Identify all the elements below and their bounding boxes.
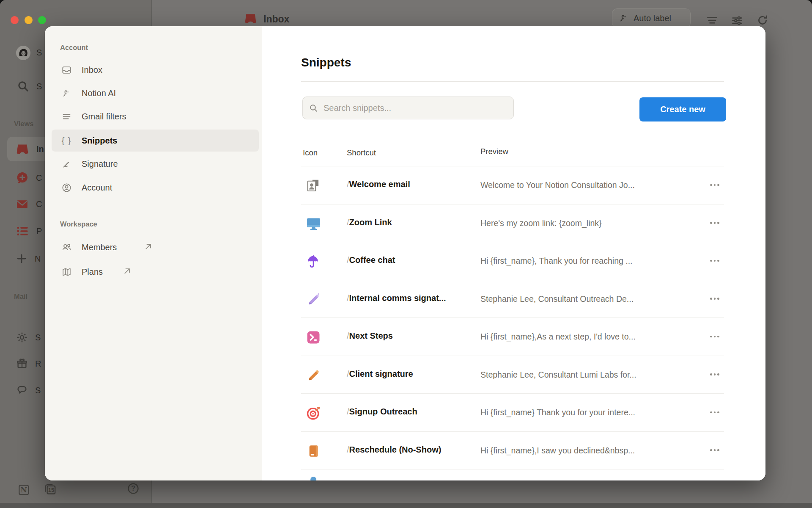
snippet-shortcut: Reschedule (No-Show) — [349, 445, 442, 454]
auto-label-text: Auto label — [634, 14, 671, 23]
refresh-icon — [756, 14, 769, 27]
view-item-chat[interactable]: C — [15, 170, 42, 185]
snippet-preview: Hi {first_name},As a next step, I'd love… — [480, 332, 636, 342]
table-row[interactable]: /Client signature Stephanie Lee, Consult… — [301, 356, 724, 394]
settings-item[interactable]: S — [16, 330, 41, 345]
row-menu-button[interactable] — [706, 444, 723, 456]
contact-card-icon — [305, 177, 322, 194]
table-header: Icon Shortcut Preview — [301, 148, 724, 160]
new-view-button[interactable]: N — [15, 251, 41, 266]
row-menu-button[interactable] — [706, 331, 723, 342]
auto-label-button[interactable]: Auto label — [612, 8, 691, 28]
filter-lines-icon — [706, 14, 719, 27]
snippet-preview: Hi {first_name},I saw you declined&nbsp.… — [480, 446, 635, 456]
view-item-inbox[interactable]: In — [15, 141, 44, 157]
row-menu-button[interactable] — [706, 217, 723, 229]
sidebar-item-label: Plans — [82, 267, 103, 277]
search-input[interactable] — [323, 103, 508, 113]
help-button[interactable]: ? — [127, 482, 140, 495]
snippet-preview: Here's my zoom link: {zoom_link} — [480, 218, 602, 228]
column-header-icon: Icon — [303, 148, 318, 157]
traffic-minimize-button[interactable] — [25, 16, 33, 24]
search-icon — [309, 103, 318, 113]
map-icon — [61, 266, 72, 277]
traffic-zoom-button[interactable] — [38, 16, 46, 24]
background-bottom-edge — [0, 503, 812, 508]
terminal-icon — [305, 329, 322, 346]
snippet-preview: Hi {first_name} Thank you for your inter… — [480, 408, 635, 417]
notion-app-button[interactable]: N — [17, 483, 30, 497]
view-item-label: P — [36, 226, 42, 236]
display-settings-button[interactable] — [730, 13, 744, 28]
list-icon — [15, 224, 30, 238]
settings-modal: Account Inbox Notion AI Gmail filters { … — [45, 26, 765, 480]
utility-item-label: R — [35, 359, 41, 369]
row-menu-button[interactable] — [706, 406, 723, 418]
referral-item[interactable]: R — [16, 356, 41, 371]
pen-orange-icon — [305, 367, 322, 384]
view-item-list[interactable]: P — [15, 224, 42, 239]
section-heading-workspace: Workspace — [60, 220, 97, 228]
table-row[interactable]: /Coffee chat Hi {first_name}, Thank you … — [301, 242, 724, 280]
snippet-preview: Stephanie Lee, Consultant Outreach De... — [480, 294, 634, 304]
inbox-tray-icon — [15, 142, 30, 156]
traffic-close-button[interactable] — [11, 16, 19, 24]
sidebar-item-snippets[interactable]: { } Snippets — [52, 130, 259, 152]
sidebar-item-gmail-filters[interactable]: Gmail filters — [52, 105, 259, 127]
snippet-table: /Welcome email Welcome to Your Notion Co… — [301, 166, 724, 469]
chat-add-icon — [15, 171, 29, 185]
sidebar-item-label: Members — [82, 243, 117, 252]
table-row[interactable]: /Reschedule (No-Show) Hi {first_name},I … — [301, 432, 724, 470]
table-row[interactable]: /Internal comms signat... Stephanie Lee,… — [301, 280, 724, 318]
chat-bubble-icon — [16, 384, 28, 397]
help-icon: ? — [127, 482, 140, 495]
row-menu-button[interactable] — [706, 179, 723, 191]
page-title: Snippets — [301, 56, 351, 69]
column-header-shortcut: Shortcut — [347, 148, 376, 157]
view-item-envelope[interactable]: C — [15, 196, 42, 212]
profile-name-fragment: S — [36, 48, 42, 58]
sidebar-item-inbox[interactable]: Inbox — [52, 59, 259, 81]
table-row[interactable]: /Welcome email Welcome to Your Notion Co… — [301, 166, 724, 204]
notion-ai-icon — [618, 13, 629, 24]
utility-item-label: S — [35, 386, 41, 395]
column-header-preview: Preview — [480, 147, 508, 156]
external-link-icon — [144, 242, 153, 253]
sidebar-item-notion-ai[interactable]: Notion AI — [52, 82, 259, 104]
refresh-button[interactable] — [755, 13, 770, 28]
gift-icon — [16, 357, 28, 370]
support-item[interactable]: S — [16, 383, 41, 398]
members-icon — [61, 242, 72, 253]
row-menu-button[interactable] — [706, 369, 723, 381]
table-row[interactable]: /Signup Outreach Hi {first_name} Thank y… — [301, 394, 724, 432]
background-page-title: Inbox — [263, 14, 289, 25]
sidebar-item-account[interactable]: Account — [52, 177, 259, 199]
table-row[interactable]: /Next Steps Hi {first_name},As a next st… — [301, 318, 724, 356]
avatar — [16, 46, 30, 60]
envelope-icon — [15, 197, 29, 211]
filter-lines-icon — [61, 111, 72, 122]
profile-button[interactable] — [16, 46, 30, 60]
search-button[interactable] — [16, 80, 30, 95]
snippet-shortcut: Client signature — [349, 369, 413, 378]
snippet-shortcut: Coffee chat — [349, 255, 395, 265]
table-row[interactable]: /Zoom Link Here's my zoom link: {zoom_li… — [301, 204, 724, 243]
snippet-shortcut: Zoom Link — [349, 218, 392, 227]
row-menu-button[interactable] — [706, 293, 723, 305]
sidebar-item-label: Gmail filters — [82, 112, 126, 121]
row-menu-button[interactable] — [706, 255, 723, 267]
utility-item-label: S — [35, 333, 41, 342]
filter-button[interactable] — [705, 13, 719, 28]
create-new-button[interactable]: Create new — [639, 97, 726, 121]
pen-purple-icon — [305, 291, 322, 308]
title-divider — [301, 81, 724, 82]
search-label-fragment: S — [36, 82, 42, 91]
sidebar-item-plans[interactable]: Plans — [52, 261, 259, 283]
calendar-app-button[interactable]: 15 — [43, 482, 57, 496]
snippets-panel: Snippets Create new Icon Shortcut Previe… — [262, 26, 765, 480]
snippet-shortcut: Next Steps — [349, 331, 393, 340]
person-circle-icon — [61, 182, 72, 193]
sidebar-item-label: Notion AI — [82, 88, 116, 98]
sidebar-item-signature[interactable]: Signature — [52, 153, 259, 175]
sidebar-item-members[interactable]: Members — [52, 236, 259, 258]
